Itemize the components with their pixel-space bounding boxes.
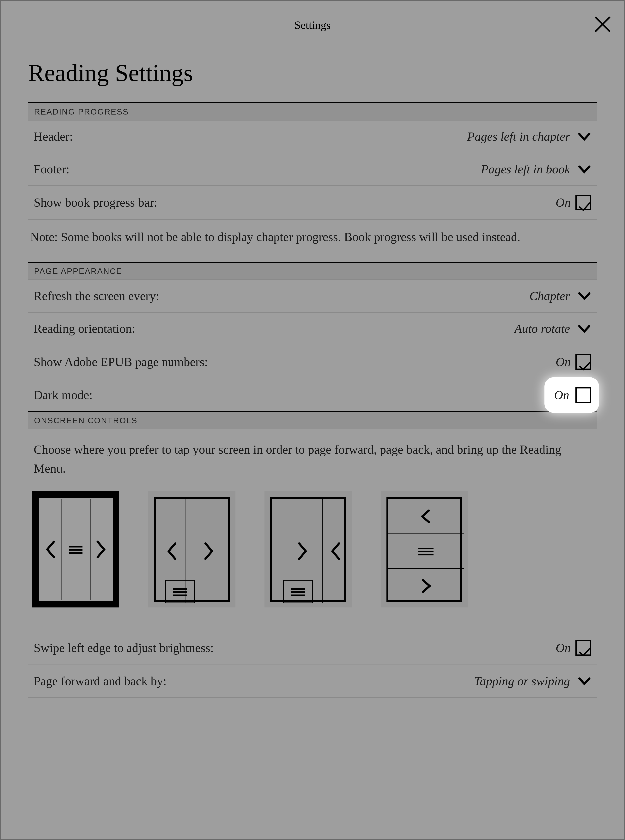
value-adobe-epub: On — [556, 355, 571, 369]
content-area: Reading Settings READING PROGRESS Header… — [1, 42, 624, 698]
label-footer: Footer: — [34, 162, 70, 177]
value-progress-bar: On — [556, 195, 571, 210]
layout-option-2[interactable] — [148, 491, 235, 608]
row-page-forward-back[interactable]: Page forward and back by: Tapping or swi… — [28, 665, 597, 698]
layout-preview-icon — [156, 499, 232, 603]
value-dark-mode: On — [554, 388, 569, 402]
row-reading-orientation[interactable]: Reading orientation: Auto rotate — [28, 313, 597, 345]
label-dark-mode: Dark mode: — [34, 388, 93, 402]
layout-preview-icon — [272, 499, 348, 603]
row-swipe-brightness[interactable]: Swipe left edge to adjust brightness: On — [28, 631, 597, 665]
checkbox-swipe-brightness[interactable] — [575, 640, 591, 656]
close-icon — [593, 15, 612, 34]
chevron-down-icon — [578, 130, 591, 143]
label-page-forward-back: Page forward and back by: — [34, 674, 166, 688]
section-header-reading-progress: READING PROGRESS — [28, 102, 597, 121]
value-refresh: Chapter — [529, 289, 570, 303]
label-header: Header: — [34, 129, 73, 144]
layout-preview-icon — [388, 499, 464, 603]
row-adobe-epub[interactable]: Show Adobe EPUB page numbers: On — [28, 345, 597, 379]
chevron-down-icon — [578, 674, 591, 688]
label-progress-bar: Show book progress bar: — [34, 195, 157, 210]
layout-option-3[interactable] — [264, 491, 351, 608]
page-heading: Reading Settings — [28, 59, 597, 87]
checkbox-progress-bar[interactable] — [575, 195, 591, 210]
value-orientation: Auto rotate — [515, 322, 570, 336]
value-swipe-brightness: On — [556, 641, 571, 655]
checkbox-dark-mode[interactable] — [575, 387, 591, 403]
row-footer-setting[interactable]: Footer: Pages left in book — [28, 153, 597, 186]
section-header-onscreen-controls: ONSCREEN CONTROLS — [28, 412, 597, 429]
label-orientation: Reading orientation: — [34, 322, 135, 336]
row-dark-mode[interactable]: Dark mode: On — [28, 379, 597, 411]
onscreen-controls-instruction: Choose where you prefer to tap your scre… — [28, 429, 597, 485]
layout-options — [28, 485, 597, 631]
layout-option-4[interactable] — [381, 491, 468, 608]
layout-option-1[interactable] — [32, 491, 119, 608]
label-swipe-brightness: Swipe left edge to adjust brightness: — [34, 641, 214, 655]
row-header-setting[interactable]: Header: Pages left in chapter — [28, 121, 597, 153]
value-footer: Pages left in book — [481, 162, 570, 177]
value-page-forward-back: Tapping or swiping — [474, 674, 570, 688]
row-show-progress-bar[interactable]: Show book progress bar: On — [28, 186, 597, 220]
titlebar: Settings — [1, 1, 624, 42]
note-reading-progress: Note: Some books will not be able to dis… — [28, 220, 597, 262]
chevron-down-icon — [578, 290, 591, 302]
highlight-dark-mode: On — [544, 377, 599, 413]
label-refresh: Refresh the screen every: — [34, 289, 159, 303]
checkbox-adobe-epub[interactable] — [575, 354, 591, 370]
row-refresh-screen[interactable]: Refresh the screen every: Chapter — [28, 280, 597, 313]
titlebar-title: Settings — [294, 19, 331, 31]
close-button[interactable] — [593, 15, 612, 34]
chevron-down-icon — [578, 163, 591, 176]
label-adobe-epub: Show Adobe EPUB page numbers: — [34, 355, 208, 369]
section-header-page-appearance: PAGE APPEARANCE — [28, 262, 597, 280]
value-header: Pages left in chapter — [467, 129, 570, 144]
chevron-down-icon — [578, 322, 591, 335]
